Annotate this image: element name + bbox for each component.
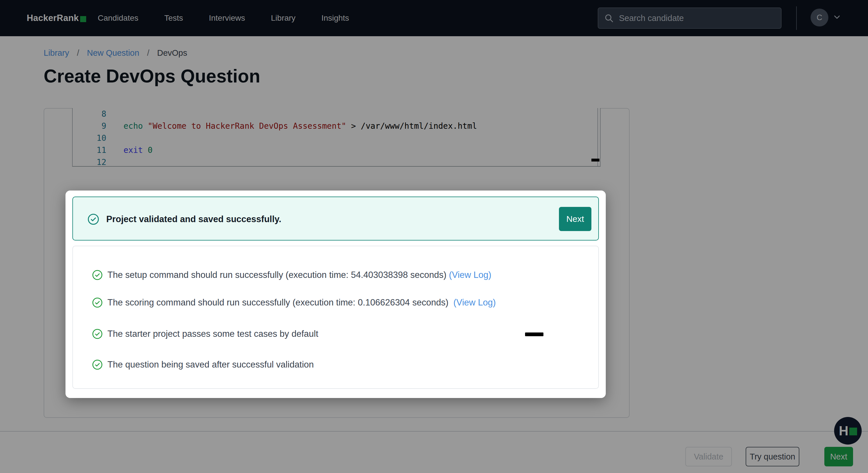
check-text: The starter project passes some test cas… — [107, 328, 318, 340]
check-row-scoring-command: The scoring command should run successfu… — [73, 296, 598, 309]
check-text: The scoring command should run successfu… — [107, 296, 496, 309]
view-log-link[interactable]: (View Log) — [449, 270, 491, 280]
view-log-link[interactable]: (View Log) — [453, 297, 496, 307]
check-row-question-saved: The question being saved after successfu… — [73, 358, 598, 371]
success-message: Project validated and saved successfully… — [106, 197, 281, 241]
check-circle-icon — [92, 270, 103, 280]
check-circle-icon — [92, 359, 103, 370]
cursor-dash-artifact — [525, 332, 544, 336]
modal-next-button[interactable]: Next — [559, 207, 591, 231]
check-circle-icon — [92, 328, 103, 339]
validation-checks-card: The setup command should run successfull… — [72, 246, 599, 389]
success-banner: Project validated and saved successfully… — [72, 197, 599, 240]
check-row-starter-project: The starter project passes some test cas… — [73, 328, 598, 340]
check-row-setup-command: The setup command should run successfull… — [73, 269, 598, 281]
check-text: The question being saved after successfu… — [107, 358, 314, 371]
check-circle-icon — [92, 297, 103, 308]
check-circle-icon — [87, 213, 99, 225]
check-text: The setup command should run successfull… — [107, 269, 491, 281]
validation-result-modal: Project validated and saved successfully… — [65, 190, 606, 398]
